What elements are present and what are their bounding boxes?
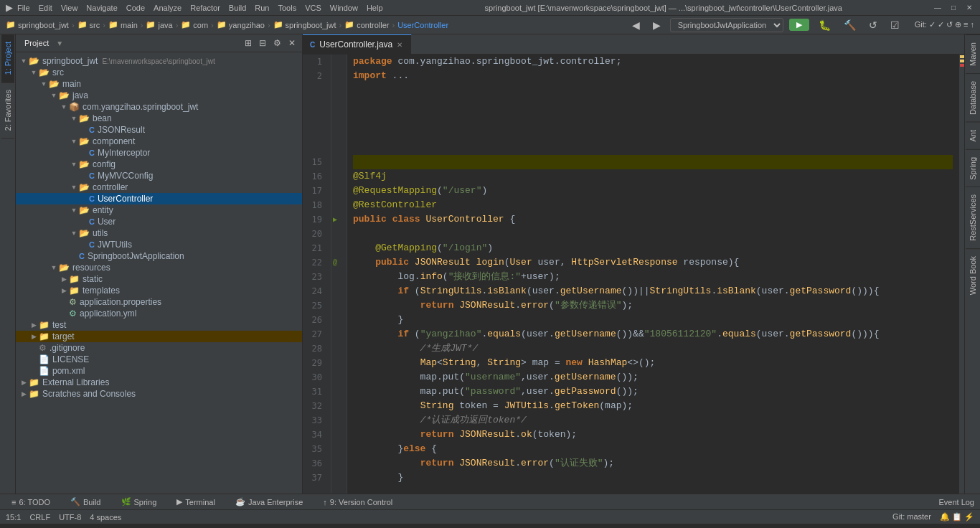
menu-file[interactable]: File xyxy=(17,4,30,12)
tree-item-utils[interactable]: ▼ 📂 utils xyxy=(16,227,302,239)
reload-button[interactable]: ↺ xyxy=(865,17,881,33)
run-config-selector[interactable]: SpringbootJwtApplication xyxy=(670,18,783,32)
bottom-tab-build[interactable]: 🔨 Build xyxy=(65,496,106,508)
bottom-tab-todo[interactable]: ≡ 6: TODO xyxy=(6,496,56,508)
menu-run[interactable]: Run xyxy=(255,4,269,12)
tree-item-controller[interactable]: ▼ 📂 controller xyxy=(16,182,302,193)
breadcrumb-main[interactable]: 📁 main xyxy=(108,20,138,29)
tree-item-resources[interactable]: ▼ 📂 resources xyxy=(16,262,302,273)
tree-item-templates[interactable]: ▶ 📁 templates xyxy=(16,285,302,296)
menu-code[interactable]: Code xyxy=(126,4,145,12)
tree-item-static[interactable]: ▶ 📁 static xyxy=(16,273,302,285)
expand-arrow[interactable]: ▼ xyxy=(39,80,49,88)
expand-arrow[interactable]: ▶ xyxy=(59,275,69,283)
tree-item-scratches[interactable]: ▶ 📁 Scratches and Consoles xyxy=(16,388,302,400)
editor-tab-usercontroller[interactable]: C UserController.java ✕ xyxy=(303,34,412,54)
git-branch[interactable]: Git: master xyxy=(892,512,931,522)
expand-arrow[interactable]: ▶ xyxy=(19,390,29,397)
menu-refactor[interactable]: Refactor xyxy=(190,4,220,12)
expand-arrow[interactable]: ▼ xyxy=(69,115,79,122)
menu-help[interactable]: Help xyxy=(367,4,383,12)
breadcrumb-yangzihao[interactable]: 📁 yangzihao xyxy=(217,20,265,29)
left-tab-project[interactable]: 1: Project xyxy=(1,34,14,82)
tree-item-test[interactable]: ▶ 📁 test xyxy=(16,319,302,331)
tree-item-springboot_jwt[interactable]: ▼ 📂 springboot_jwt E:\mavenworkspace\spr… xyxy=(16,55,302,67)
right-tab-spring[interactable]: Spring xyxy=(966,149,980,187)
tree-item-main[interactable]: ▼ 📂 main xyxy=(16,78,302,90)
expand-arrow[interactable]: ▶ xyxy=(29,321,39,329)
sidebar-collapse-all[interactable]: ⊟ xyxy=(257,37,268,49)
tree-item-application-yml[interactable]: ▶ ⚙ application.yml xyxy=(16,308,302,319)
bottom-tab-version-control[interactable]: ↑ 9: Version Control xyxy=(317,496,398,508)
menu-bar[interactable]: File Edit View Navigate Code Analyze Ref… xyxy=(17,4,383,12)
breadcrumb-controller[interactable]: 📁 controller xyxy=(344,20,389,29)
expand-arrow[interactable]: ▼ xyxy=(69,161,79,168)
maximize-button[interactable]: □ xyxy=(948,3,958,13)
minimize-button[interactable]: — xyxy=(933,3,943,13)
right-tab-restservices[interactable]: RestServices xyxy=(966,187,980,248)
expand-arrow[interactable]: ▼ xyxy=(69,138,79,145)
expand-arrow[interactable]: ▼ xyxy=(59,103,69,110)
indent[interactable]: 4 spaces xyxy=(90,513,121,522)
expand-arrow[interactable]: ▼ xyxy=(69,207,79,214)
tree-item-MyInterceptor[interactable]: ▶ C MyInterceptor xyxy=(16,147,302,159)
expand-arrow[interactable]: ▼ xyxy=(19,57,29,65)
tree-item-SpringbootJwtApplication[interactable]: ▶ C SpringbootJwtApplication xyxy=(16,250,302,262)
coverage-button[interactable]: ☑ xyxy=(887,17,903,33)
sidebar-close[interactable]: ✕ xyxy=(286,37,298,49)
breadcrumb-java[interactable]: 📁 java xyxy=(146,20,172,29)
breadcrumb-springboot_jwt[interactable]: 📁 springboot_jwt xyxy=(6,20,69,29)
bottom-tab-spring[interactable]: 🌿 Spring xyxy=(116,496,163,508)
right-tab-wordbook[interactable]: Word Book xyxy=(966,248,980,302)
tree-item-pom-xml[interactable]: ▶ 📄 pom.xml xyxy=(16,365,302,377)
line-ending[interactable]: CRLF xyxy=(29,513,50,522)
right-tab-ant[interactable]: Ant xyxy=(966,122,980,149)
tree-item-UserController[interactable]: ▶ C UserController xyxy=(16,193,302,204)
forward-button[interactable]: ▶ xyxy=(649,17,664,33)
event-log[interactable]: Event Log xyxy=(938,498,974,506)
breadcrumb-src[interactable]: 📁 src xyxy=(77,20,100,29)
back-button[interactable]: ◀ xyxy=(628,17,644,33)
tree-item-JSONResult[interactable]: ▶ C JSONResult xyxy=(16,124,302,136)
left-tab-favorites[interactable]: 2: Favorites xyxy=(1,82,14,138)
project-tree[interactable]: ▼ 📂 springboot_jwt E:\mavenworkspace\spr… xyxy=(16,52,302,494)
tree-item-bean[interactable]: ▼ 📂 bean xyxy=(16,113,302,124)
breadcrumb-com[interactable]: 📁 com xyxy=(181,20,208,29)
tree-item-MyMVCConfig[interactable]: ▶ C MyMVCConfig xyxy=(16,170,302,182)
expand-arrow[interactable]: ▶ xyxy=(59,287,69,294)
sidebar-tab-project[interactable]: Project xyxy=(20,37,53,49)
menu-tools[interactable]: Tools xyxy=(278,4,296,12)
run-button[interactable]: ▶ xyxy=(789,19,809,31)
tree-item-package[interactable]: ▼ 📦 com.yangzihao.springboot_jwt xyxy=(16,101,302,113)
close-button[interactable]: ✕ xyxy=(964,3,974,13)
encoding[interactable]: UTF-8 xyxy=(59,513,81,522)
breadcrumb-usercontroller[interactable]: UserController xyxy=(397,21,448,29)
tree-item-license[interactable]: ▶ 📄 LICENSE xyxy=(16,354,302,365)
sidebar-settings[interactable]: ⚙ xyxy=(271,37,283,49)
menu-window[interactable]: Window xyxy=(330,4,358,12)
tab-close-button[interactable]: ✕ xyxy=(397,41,402,49)
build-button[interactable]: 🔨 xyxy=(840,17,859,33)
expand-arrow[interactable]: ▼ xyxy=(69,184,79,191)
expand-arrow[interactable]: ▼ xyxy=(49,264,59,271)
tree-item-component[interactable]: ▼ 📂 component xyxy=(16,136,302,147)
menu-navigate[interactable]: Navigate xyxy=(86,4,117,12)
tree-item-JWTUtils[interactable]: ▶ C JWTUtils xyxy=(16,239,302,250)
expand-arrow[interactable]: ▼ xyxy=(69,230,79,237)
tree-item-src[interactable]: ▼ 📂 src xyxy=(16,67,302,78)
tree-item-gitignore[interactable]: ▶ ⚙ .gitignore xyxy=(16,342,302,354)
menu-edit[interactable]: Edit xyxy=(39,4,52,12)
expand-arrow[interactable]: ▶ xyxy=(19,379,29,386)
expand-arrow[interactable]: ▼ xyxy=(49,92,59,99)
menu-analyze[interactable]: Analyze xyxy=(154,4,182,12)
tree-item-entity[interactable]: ▼ 📂 entity xyxy=(16,204,302,216)
bottom-tab-terminal[interactable]: ▶ Terminal xyxy=(171,496,221,508)
tree-item-config[interactable]: ▼ 📂 config xyxy=(16,159,302,170)
tree-item-User[interactable]: ▶ C User xyxy=(16,216,302,227)
tree-item-target[interactable]: ▶ 📁 target xyxy=(16,331,302,342)
tree-item-java[interactable]: ▼ 📂 java xyxy=(16,90,302,101)
code-editor[interactable]: 1 2 15 16 17 18 19 20 21 22 23 24 25 26 … xyxy=(303,55,964,494)
sidebar-expand-all[interactable]: ⊞ xyxy=(242,37,254,49)
window-controls[interactable]: — □ ✕ xyxy=(933,3,974,13)
code-content[interactable]: package com.yangzihao.springboot_jwt.con… xyxy=(347,55,958,494)
